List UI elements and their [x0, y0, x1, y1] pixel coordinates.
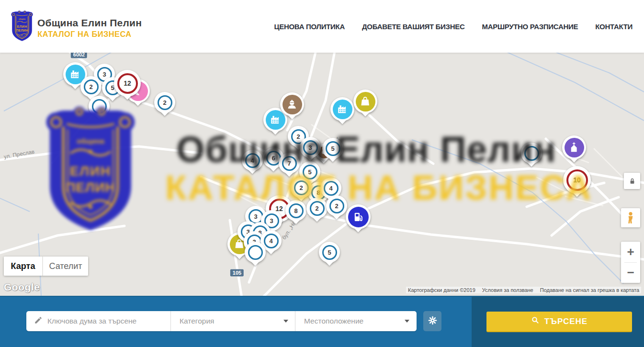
pencil-icon [34, 316, 43, 326]
location-select-value: Местоположение [304, 317, 401, 325]
map-marker-cluster[interactable]: 5 [322, 138, 343, 159]
nav-contacts[interactable]: КОНТАКТИ [595, 22, 633, 31]
search-button[interactable]: ТЪРСЕНЕ [486, 312, 632, 332]
zoom-control: + − [621, 242, 640, 283]
map-marker-cluster[interactable] [89, 96, 110, 117]
site-title-block: Община Елин Пелин КАТАЛОГ НА БИЗНЕСА [37, 17, 142, 39]
map-type-map-button[interactable]: Карта [4, 257, 42, 276]
map-marker-cluster[interactable]: 5 [319, 242, 340, 263]
map-marker-cluster[interactable]: 2 [326, 195, 347, 216]
nav-pricing-policy[interactable]: ЦЕНОВА ПОЛИТИКА [274, 22, 345, 31]
lock-icon[interactable] [624, 173, 640, 189]
svg-text:ПЕЛИН: ПЕЛИН [16, 29, 28, 32]
map-canvas[interactable]: община ЕЛИН ПЕЛИН Община Елин Пелин КАТА… [0, 53, 644, 296]
chevron-down-icon [405, 320, 409, 323]
map-marker-cluster[interactable] [521, 143, 542, 164]
category-select-value: Категория [180, 317, 280, 325]
map-marker-fuel[interactable] [346, 204, 371, 229]
map-marker-cluster[interactable]: 7 [279, 153, 300, 174]
search-button-label: ТЪРСЕНЕ [544, 317, 588, 326]
map-marker-cluster[interactable] [245, 242, 266, 263]
map-marker-cluster[interactable]: 8 [285, 200, 306, 221]
map-marker-church[interactable] [562, 135, 586, 159]
map-marker-bag[interactable] [353, 90, 377, 113]
search-button-panel: ТЪРСЕНЕ [472, 297, 644, 347]
map-marker-cluster[interactable]: 2 [291, 177, 312, 198]
site-title: Община Елин Пелин [37, 17, 142, 29]
map-marker-cluster[interactable]: 4 [242, 150, 263, 171]
zoom-out-button[interactable]: − [621, 263, 640, 283]
gear-icon [428, 315, 438, 327]
map-marker-cluster[interactable]: 3 [300, 137, 321, 158]
map-marker-cluster[interactable]: 2 [154, 92, 175, 113]
map-type-control: Карта Сателит [4, 257, 88, 276]
chevron-down-icon [283, 320, 288, 323]
map-attribution: Картографски данни ©2019 Условия за полз… [406, 287, 641, 293]
road-badge: 105 [230, 269, 244, 277]
road-badge: 6002 [71, 53, 87, 58]
main-nav: ЦЕНОВА ПОЛИТИКА ДОБАВЕТЕ ВАШИЯТ БИЗНЕС М… [274, 0, 633, 53]
map-marker-cluster[interactable]: 2 [306, 198, 328, 219]
map-marker-cluster[interactable]: 12 [114, 70, 141, 97]
municipality-emblem-logo[interactable]: община ЕЛИН ПЕЛИН [11, 8, 34, 45]
map-marker-worker[interactable] [280, 92, 304, 116]
keyword-field-wrap [26, 311, 171, 331]
map-marker-cluster[interactable]: 10 [563, 166, 591, 194]
svg-text:община: община [19, 18, 26, 20]
street-view-pegman[interactable] [621, 208, 640, 227]
search-field-group: Категория Местоположение [26, 311, 417, 331]
zoom-in-button[interactable]: + [621, 242, 640, 262]
header: община ЕЛИН ПЕЛИН Община Елин Пелин КАТА… [0, 0, 644, 53]
svg-text:ЕЛИН: ЕЛИН [17, 25, 27, 28]
search-bar: Категория Местоположение [0, 296, 644, 347]
nav-add-your-business[interactable]: ДОБАВЕТЕ ВАШИЯТ БИЗНЕС [362, 22, 464, 31]
search-icon [531, 316, 540, 327]
map-marker-cluster[interactable]: 2 [80, 76, 102, 97]
attribution-terms-link[interactable]: Условия за ползване [482, 287, 533, 293]
google-logo[interactable]: Google [4, 281, 40, 293]
location-select[interactable]: Местоположение [295, 311, 416, 331]
category-select[interactable]: Категория [171, 311, 295, 331]
advanced-settings-button[interactable] [423, 311, 441, 331]
nav-route-schedule[interactable]: МАРШРУТНО РАЗПИСАНИЕ [482, 22, 578, 31]
attribution-report-link[interactable]: Подаване на сигнал за грешка в картата [540, 287, 639, 293]
site-subtitle: КАТАЛОГ НА БИЗНЕСА [37, 30, 138, 39]
map-marker-factory[interactable] [330, 97, 354, 121]
map-type-satellite-button[interactable]: Сателит [43, 257, 88, 276]
attribution-copyright: Картографски данни ©2019 [408, 287, 475, 293]
keyword-search-input[interactable] [47, 317, 170, 325]
